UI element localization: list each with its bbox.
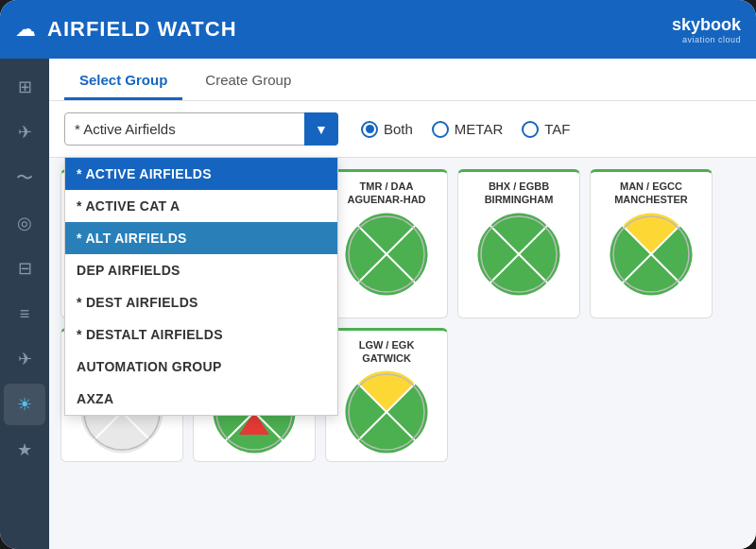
airfield-card-tmr[interactable]: TMR / DAAAGUENAR-HAD <box>325 169 448 318</box>
header: ☁ AIRFIELD WATCH skybook aviation cloud <box>0 0 756 59</box>
tab-select-group[interactable]: Select Group <box>64 59 182 100</box>
radio-metar-label: METAR <box>455 121 503 137</box>
dropdown-item-axza[interactable]: AXZA <box>65 383 337 415</box>
group-dropdown-input[interactable] <box>64 112 338 146</box>
sidebar-item-plane2[interactable]: ✈ <box>4 338 45 380</box>
dropdown-arrow-button[interactable]: ▼ <box>304 112 338 146</box>
radio-metar-circle <box>432 121 449 138</box>
app-container: ☁ AIRFIELD WATCH skybook aviation cloud … <box>0 0 756 549</box>
weather-header-icon: ☁ <box>15 17 36 42</box>
dropdown-item-automation-group[interactable]: AUTOMATION GROUP <box>65 351 337 383</box>
sidebar-item-weather[interactable]: ☀ <box>4 384 45 425</box>
sidebar-item-target[interactable]: ◎ <box>4 202 45 244</box>
airfield-circle-tmr <box>345 213 428 296</box>
sidebar-item-star[interactable]: ★ <box>4 429 45 471</box>
tab-create-group[interactable]: Create Group <box>190 59 306 100</box>
radio-taf[interactable]: TAF <box>522 121 570 138</box>
airfield-name-tmr: TMR / DAAAGUENAR-HAD <box>347 180 425 207</box>
dropdown-item-destalt-airfields[interactable]: * DESTALT AIRFIELDS <box>65 318 337 351</box>
app-title: AIRFIELD WATCH <box>47 17 672 42</box>
airfield-name-bhx: BHX / EGBBBIRMINGHAM <box>485 180 554 207</box>
content-area: Select Group Create Group ▼ Both <box>49 59 756 549</box>
sidebar: ⊞ ✈ 〜 ◎ ⊟ ≡ ✈ ☀ ★ <box>0 59 49 549</box>
dropdown-item-dep-airfields[interactable]: DEP AIRFIELDS <box>65 254 337 286</box>
sidebar-item-plane[interactable]: ✈ <box>4 112 45 153</box>
filter-row: ▼ Both METAR <box>49 101 756 158</box>
airfield-circle-man <box>610 213 693 296</box>
main-layout: ⊞ ✈ 〜 ◎ ⊟ ≡ ✈ ☀ ★ Select Group Create Gr… <box>0 59 756 549</box>
dropdown-menu: * ACTIVE AIRFIELDS * ACTIVE CAT A * ALT … <box>64 157 338 416</box>
radio-taf-label: TAF <box>544 121 570 137</box>
sidebar-item-turbulence[interactable]: 〜 <box>4 157 45 198</box>
airfield-circle-bhx <box>477 213 560 296</box>
dropdown-item-alt-airfields[interactable]: * ALT AIRFIELDS <box>65 222 337 254</box>
dropdown-item-dest-airfields[interactable]: * DEST AIRFIELDS <box>65 286 337 318</box>
airfield-circle-lgw <box>345 370 428 454</box>
sidebar-item-grid[interactable]: ⊞ <box>4 66 45 108</box>
device-frame: ☁ AIRFIELD WATCH skybook aviation cloud … <box>0 0 756 549</box>
radio-taf-circle <box>522 121 539 138</box>
airfield-card-bhx[interactable]: BHX / EGBBBIRMINGHAM <box>457 169 580 318</box>
airfield-name-man: MAN / EGCCMANCHESTER <box>614 180 688 207</box>
radio-both-circle <box>361 121 378 138</box>
dropdown-item-active-airfields[interactable]: * ACTIVE AIRFIELDS <box>65 158 337 190</box>
radio-group: Both METAR TAF <box>361 121 570 138</box>
radio-both[interactable]: Both <box>361 121 413 138</box>
brand-logo: skybook aviation cloud <box>672 15 741 44</box>
radio-both-label: Both <box>384 121 413 137</box>
sidebar-item-display[interactable]: ⊟ <box>4 248 45 289</box>
airfield-card-man[interactable]: MAN / EGCCMANCHESTER <box>590 169 713 318</box>
chevron-down-icon: ▼ <box>315 122 328 137</box>
dropdown-container: ▼ <box>64 112 338 146</box>
dropdown-item-active-cat-a[interactable]: * ACTIVE CAT A <box>65 190 337 222</box>
tabs-bar: Select Group Create Group <box>49 59 756 101</box>
airfield-card-lgw[interactable]: LGW / EGKGATWICK <box>325 328 448 463</box>
radio-metar[interactable]: METAR <box>432 121 503 138</box>
airfield-name-lgw: LGW / EGKGATWICK <box>359 338 415 366</box>
sidebar-item-list[interactable]: ≡ <box>4 293 45 335</box>
